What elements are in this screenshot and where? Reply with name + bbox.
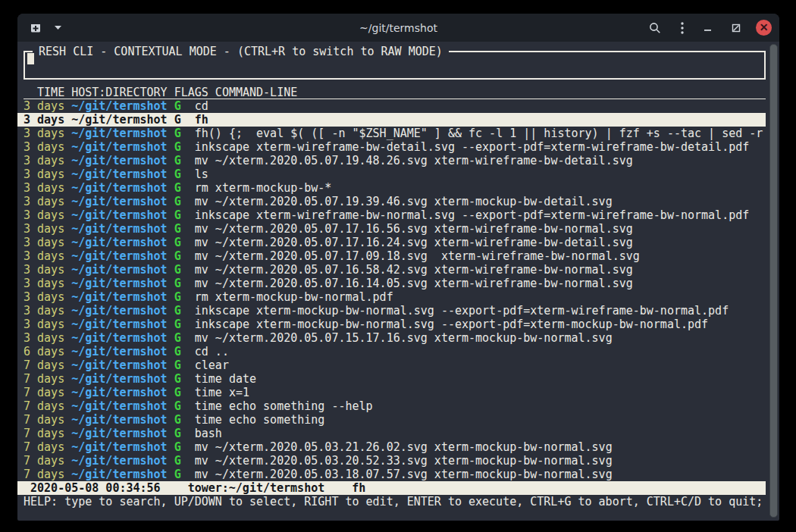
row-command: mv ~/xterm.2020.05.07.17.16.56.svg xterm… bbox=[195, 222, 633, 236]
row-command: time echo something bbox=[195, 413, 325, 427]
history-row[interactable]: 3 days ~/git/termshot G cd bbox=[24, 99, 766, 113]
history-row[interactable]: 3 days ~/git/termshot G inkscape xterm-m… bbox=[24, 304, 766, 318]
history-row[interactable]: 3 days ~/git/termshot G rm xterm-mockup-… bbox=[24, 290, 766, 304]
history-row[interactable]: 3 days ~/git/termshot G mv ~/xterm.2020.… bbox=[24, 222, 766, 236]
row-flags: G bbox=[174, 399, 181, 413]
row-time: 7 days bbox=[24, 386, 64, 399]
row-directory: ~/git/termshot bbox=[71, 331, 167, 345]
row-flags: G bbox=[174, 236, 181, 249]
history-row[interactable]: 3 days ~/git/termshot G mv ~/xterm.2020.… bbox=[24, 154, 766, 167]
row-time: 3 days bbox=[24, 140, 64, 154]
history-row[interactable]: 3 days ~/git/termshot G fh() {; eval $( … bbox=[24, 127, 766, 140]
row-time: 3 days bbox=[24, 290, 64, 304]
row-command: mv ~/xterm.2020.05.07.16.58.42.svg xterm… bbox=[195, 263, 633, 277]
history-row[interactable]: 7 days ~/git/termshot G mv ~/xterm.2020.… bbox=[24, 454, 766, 468]
row-directory: ~/git/termshot bbox=[71, 195, 167, 208]
row-command: mv ~/xterm.2020.05.07.15.17.16.svg xterm… bbox=[195, 331, 613, 345]
row-command: fh() {; eval $( ([ -n "$ZSH_NAME" ] && f… bbox=[195, 127, 763, 140]
search-box[interactable]: RESH CLI - CONTEXTUAL MODE - (CTRL+R to … bbox=[24, 51, 766, 80]
row-flags: G bbox=[174, 427, 181, 440]
row-flags: G bbox=[174, 127, 181, 140]
row-flags: G bbox=[174, 304, 181, 318]
row-flags: G bbox=[174, 249, 181, 263]
titlebar: ~/git/termshot bbox=[17, 14, 779, 42]
row-time: 7 days bbox=[24, 454, 64, 468]
row-directory: ~/git/termshot bbox=[71, 468, 167, 481]
history-row[interactable]: 3 days ~/git/termshot G inkscape xterm-w… bbox=[24, 140, 766, 154]
row-flags: G bbox=[174, 358, 181, 372]
text-cursor bbox=[27, 53, 34, 64]
history-row[interactable]: 3 days ~/git/termshot G ls bbox=[24, 167, 766, 181]
row-flags: G bbox=[174, 386, 181, 399]
row-command: rm xterm-mockup-bw-* bbox=[195, 181, 332, 195]
row-directory: ~/git/termshot bbox=[71, 304, 167, 318]
history-row[interactable]: 7 days ~/git/termshot G bash bbox=[24, 427, 766, 440]
row-flags: G bbox=[174, 290, 181, 304]
row-time: 3 days bbox=[24, 318, 64, 331]
row-time: 3 days bbox=[24, 99, 64, 113]
history-row[interactable]: 3 days ~/git/termshot G inkscape xterm-m… bbox=[24, 318, 766, 331]
row-time: 3 days bbox=[24, 304, 64, 318]
row-time: 3 days bbox=[24, 181, 64, 195]
row-time: 3 days bbox=[24, 249, 64, 263]
row-command: clear bbox=[195, 358, 229, 372]
history-row-selected[interactable]: 3 days ~/git/termshot G fh bbox=[17, 113, 766, 127]
row-directory: ~/git/termshot bbox=[71, 372, 167, 386]
history-row[interactable]: 3 days ~/git/termshot G mv ~/xterm.2020.… bbox=[24, 236, 766, 249]
minimize-icon bbox=[704, 23, 712, 32]
row-flags: G bbox=[174, 195, 181, 208]
restore-button[interactable] bbox=[727, 20, 745, 36]
history-row[interactable]: 7 days ~/git/termshot G time x=1 bbox=[24, 386, 766, 399]
history-row[interactable]: 3 days ~/git/termshot G inkscape xterm-w… bbox=[24, 208, 766, 222]
history-row[interactable]: 7 days ~/git/termshot G time echo someth… bbox=[24, 399, 766, 413]
row-time: 7 days bbox=[24, 399, 64, 413]
row-directory: ~/git/termshot bbox=[71, 290, 167, 304]
history-row[interactable]: 3 days ~/git/termshot G mv ~/xterm.2020.… bbox=[24, 195, 766, 208]
search-button[interactable] bbox=[644, 19, 666, 37]
row-time: 3 days bbox=[24, 127, 64, 140]
row-time: 7 days bbox=[24, 413, 64, 427]
search-icon bbox=[649, 22, 661, 34]
row-time: 3 days bbox=[24, 236, 64, 249]
history-row[interactable]: 3 days ~/git/termshot G mv ~/xterm.2020.… bbox=[24, 331, 766, 345]
row-flags: G bbox=[174, 113, 181, 127]
tab-dropdown-button[interactable] bbox=[49, 22, 67, 33]
row-command: fh bbox=[195, 113, 208, 127]
history-row[interactable]: 7 days ~/git/termshot G mv ~/xterm.2020.… bbox=[24, 468, 766, 481]
history-row[interactable]: 7 days ~/git/termshot G time date bbox=[24, 372, 766, 386]
row-flags: G bbox=[174, 99, 181, 113]
row-command: mv ~/xterm.2020.05.03.18.07.57.svg xterm… bbox=[195, 468, 613, 481]
history-row[interactable]: 3 days ~/git/termshot G mv ~/xterm.2020.… bbox=[24, 263, 766, 277]
row-directory: ~/git/termshot bbox=[71, 167, 167, 181]
history-row[interactable]: 7 days ~/git/termshot G mv ~/xterm.2020.… bbox=[24, 440, 766, 454]
history-row[interactable]: 7 days ~/git/termshot G time echo someth… bbox=[24, 413, 766, 427]
row-directory: ~/git/termshot bbox=[71, 99, 167, 113]
row-time: 3 days bbox=[24, 195, 64, 208]
row-command: mv ~/xterm.2020.05.07.16.14.05.svg xterm… bbox=[195, 277, 633, 290]
row-time: 3 days bbox=[24, 277, 64, 290]
row-command: inkscape xterm-wireframe-bw-normal.svg -… bbox=[195, 208, 750, 222]
row-directory: ~/git/termshot bbox=[71, 140, 167, 154]
row-command: mv ~/xterm.2020.05.03.21.26.02.svg xterm… bbox=[195, 440, 613, 454]
row-directory: ~/git/termshot bbox=[71, 440, 167, 454]
row-flags: G bbox=[174, 208, 181, 222]
row-command: mv ~/xterm.2020.05.07.19.48.26.svg xterm… bbox=[195, 154, 633, 167]
history-row[interactable]: 3 days ~/git/termshot G mv ~/xterm.2020.… bbox=[24, 249, 766, 263]
minimize-button[interactable] bbox=[699, 20, 716, 35]
close-button[interactable]: ✕ bbox=[756, 20, 772, 36]
new-tab-button[interactable] bbox=[25, 20, 46, 36]
history-row[interactable]: 3 days ~/git/termshot G rm xterm-mockup-… bbox=[24, 181, 766, 195]
row-command: inkscape xterm-wireframe-bw-detail.svg -… bbox=[195, 140, 750, 154]
row-time: 6 days bbox=[24, 345, 64, 358]
row-flags: G bbox=[174, 140, 181, 154]
history-row[interactable]: 3 days ~/git/termshot G mv ~/xterm.2020.… bbox=[24, 277, 766, 290]
scrollbar[interactable] bbox=[769, 44, 778, 518]
row-flags: G bbox=[174, 440, 181, 454]
history-row[interactable]: 7 days ~/git/termshot G clear bbox=[24, 358, 766, 372]
history-row[interactable]: 6 days ~/git/termshot G cd .. bbox=[24, 345, 766, 358]
row-command: rm xterm-mockup-bw-normal.pdf bbox=[195, 290, 393, 304]
row-flags: G bbox=[174, 331, 181, 345]
row-time: 7 days bbox=[24, 372, 64, 386]
menu-button[interactable] bbox=[676, 19, 688, 37]
status-timestamp: 2020-05-08 00:34:56 bbox=[30, 481, 161, 495]
